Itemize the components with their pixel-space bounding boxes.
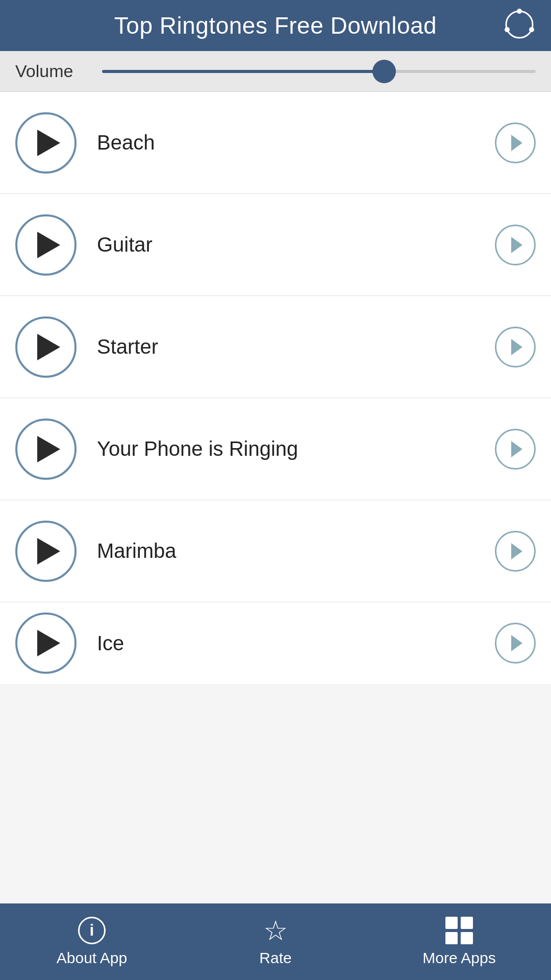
volume-bar: Volume xyxy=(0,51,551,92)
list-item: Beach xyxy=(0,92,551,194)
list-item: Your Phone is Ringing xyxy=(0,398,551,500)
detail-button-guitar[interactable] xyxy=(495,225,536,265)
ringtone-title: Guitar xyxy=(77,233,495,256)
play-button-phone-ringing[interactable] xyxy=(15,419,77,480)
play-button-starter[interactable] xyxy=(15,316,77,378)
ringtone-title: Ice xyxy=(77,632,495,655)
svg-point-0 xyxy=(506,11,533,38)
about-app-label: About App xyxy=(57,949,127,967)
ringtone-title: Starter xyxy=(77,335,495,358)
orbit-icon[interactable] xyxy=(503,8,536,43)
play-icon xyxy=(37,436,60,462)
app-title: Top Ringtones Free Download xyxy=(114,12,437,39)
nav-more-apps[interactable]: More Apps xyxy=(367,903,551,980)
grid-icon xyxy=(445,917,473,944)
app-header: Top Ringtones Free Download xyxy=(0,0,551,51)
ringtone-list: Beach Guitar Starter Your Phone is Ringi… xyxy=(0,92,551,684)
star-icon: ☆ xyxy=(263,917,288,944)
detail-button-marimba[interactable] xyxy=(495,531,536,572)
play-button-guitar[interactable] xyxy=(15,214,77,276)
detail-button-beach[interactable] xyxy=(495,122,536,163)
ringtone-title: Marimba xyxy=(77,540,495,562)
list-item: Guitar xyxy=(0,194,551,296)
svg-point-2 xyxy=(529,27,534,32)
play-button-marimba[interactable] xyxy=(15,521,77,582)
chevron-right-icon xyxy=(511,339,522,355)
volume-thumb[interactable] xyxy=(372,60,396,83)
chevron-right-icon xyxy=(511,635,522,651)
list-item: Marimba xyxy=(0,500,551,602)
play-icon xyxy=(37,538,60,565)
chevron-right-icon xyxy=(511,237,522,253)
chevron-right-icon xyxy=(511,135,522,151)
detail-button-ice[interactable] xyxy=(495,623,536,664)
volume-fill xyxy=(102,70,384,73)
play-icon xyxy=(37,630,60,656)
play-icon xyxy=(37,130,60,156)
nav-rate[interactable]: ☆ Rate xyxy=(184,903,367,980)
more-apps-label: More Apps xyxy=(422,949,495,967)
nav-about-app[interactable]: i About App xyxy=(0,903,184,980)
chevron-right-icon xyxy=(511,543,522,559)
volume-label: Volume xyxy=(15,61,87,81)
detail-button-phone-ringing[interactable] xyxy=(495,429,536,470)
detail-button-starter[interactable] xyxy=(495,327,536,368)
ringtone-title: Your Phone is Ringing xyxy=(77,437,495,460)
play-button-beach[interactable] xyxy=(15,112,77,174)
play-icon xyxy=(37,232,60,258)
info-icon: i xyxy=(78,917,106,944)
list-item: Starter xyxy=(0,296,551,398)
play-icon xyxy=(37,334,60,360)
ringtone-title: Beach xyxy=(77,131,495,154)
chevron-right-icon xyxy=(511,441,522,457)
rate-label: Rate xyxy=(259,949,291,967)
svg-point-3 xyxy=(505,27,510,32)
volume-slider[interactable] xyxy=(102,70,536,73)
play-button-ice[interactable] xyxy=(15,612,77,674)
bottom-nav: i About App ☆ Rate More Apps xyxy=(0,903,551,980)
list-item: Ice xyxy=(0,602,551,684)
svg-point-1 xyxy=(517,9,522,14)
